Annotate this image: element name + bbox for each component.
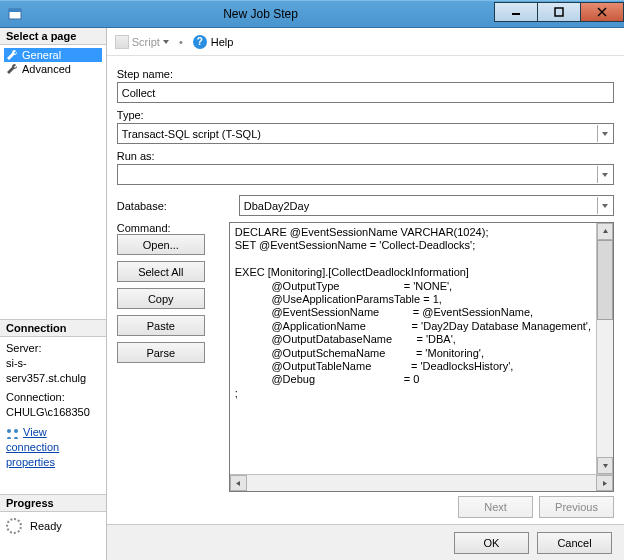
svg-point-6 — [7, 429, 11, 433]
type-label: Type: — [117, 109, 614, 121]
scroll-left-icon[interactable] — [230, 475, 247, 491]
scroll-right-icon[interactable] — [596, 475, 613, 491]
scroll-up-icon[interactable] — [597, 223, 613, 240]
step-name-label: Step name: — [117, 68, 614, 80]
maximize-button[interactable] — [537, 2, 581, 22]
run-as-select[interactable] — [117, 164, 614, 185]
chevron-down-icon — [597, 125, 612, 142]
progress-row: Ready — [0, 512, 106, 540]
horizontal-scrollbar[interactable] — [230, 474, 613, 491]
connection-properties-icon — [6, 428, 20, 440]
connection-value: CHULG\c168350 — [6, 405, 100, 420]
progress-ring-icon — [6, 518, 22, 534]
svg-rect-1 — [9, 9, 21, 12]
left-pane: Select a page General Advanced Connectio… — [0, 28, 107, 560]
dialog-footer: OK Cancel — [107, 524, 624, 560]
title-bar: New Job Step — [0, 0, 624, 28]
command-text[interactable]: DECLARE @EventSessionName VARCHAR(1024);… — [230, 223, 596, 474]
wrench-icon — [6, 63, 18, 75]
toolbar-separator: • — [179, 36, 183, 48]
right-pane: Script • ? Help Step name: Type: Transac… — [107, 28, 624, 560]
database-label: Database: — [117, 200, 221, 212]
svg-marker-9 — [603, 464, 608, 468]
paste-button[interactable]: Paste — [117, 315, 205, 336]
database-value: DbaDay2Day — [244, 200, 309, 212]
previous-button[interactable]: Previous — [539, 496, 614, 518]
next-button[interactable]: Next — [458, 496, 533, 518]
svg-marker-10 — [236, 481, 240, 486]
help-button[interactable]: ? Help — [193, 35, 234, 49]
wrench-icon — [6, 49, 18, 61]
chevron-down-icon — [597, 166, 612, 183]
nav-general[interactable]: General — [4, 48, 102, 62]
type-select[interactable]: Transact-SQL script (T-SQL) — [117, 123, 614, 144]
server-value: si-s-serv357.st.chulg — [6, 356, 100, 386]
chevron-down-icon — [597, 197, 612, 214]
svg-rect-3 — [555, 8, 563, 16]
scroll-thumb[interactable] — [597, 240, 613, 320]
command-label: Command: — [117, 222, 221, 234]
chevron-down-icon — [163, 40, 169, 44]
script-label: Script — [132, 36, 160, 48]
open-button[interactable]: Open... — [117, 234, 205, 255]
script-icon — [115, 35, 129, 49]
progress-status: Ready — [30, 520, 62, 532]
toolbar: Script • ? Help — [107, 28, 624, 56]
run-as-label: Run as: — [117, 150, 614, 162]
cancel-button[interactable]: Cancel — [537, 532, 612, 554]
progress-header: Progress — [0, 494, 106, 512]
help-icon: ? — [193, 35, 207, 49]
app-icon — [8, 7, 22, 21]
command-textarea[interactable]: DECLARE @EventSessionName VARCHAR(1024);… — [229, 222, 614, 492]
select-all-button[interactable]: Select All — [117, 261, 205, 282]
copy-button[interactable]: Copy — [117, 288, 205, 309]
connection-info: Server: si-s-serv357.st.chulg Connection… — [0, 337, 106, 474]
type-value: Transact-SQL script (T-SQL) — [122, 128, 261, 140]
nav-advanced-label: Advanced — [22, 63, 71, 75]
window-buttons — [495, 6, 624, 22]
nav-advanced[interactable]: Advanced — [4, 62, 102, 76]
svg-marker-8 — [603, 229, 608, 233]
step-name-input[interactable] — [117, 82, 614, 103]
database-select[interactable]: DbaDay2Day — [239, 195, 614, 216]
ok-button[interactable]: OK — [454, 532, 529, 554]
script-dropdown[interactable]: Script — [115, 35, 169, 49]
minimize-button[interactable] — [494, 2, 538, 22]
vertical-scrollbar[interactable] — [596, 223, 613, 474]
nav-general-label: General — [22, 49, 61, 61]
server-label: Server: — [6, 341, 100, 356]
select-page-header: Select a page — [0, 28, 106, 45]
connection-header: Connection — [0, 319, 106, 337]
svg-marker-11 — [603, 481, 607, 486]
window-title: New Job Step — [26, 7, 495, 21]
close-button[interactable] — [580, 2, 624, 22]
parse-button[interactable]: Parse — [117, 342, 205, 363]
scroll-down-icon[interactable] — [597, 457, 613, 474]
svg-point-7 — [14, 429, 18, 433]
help-label: Help — [211, 36, 234, 48]
connection-label: Connection: — [6, 390, 100, 405]
